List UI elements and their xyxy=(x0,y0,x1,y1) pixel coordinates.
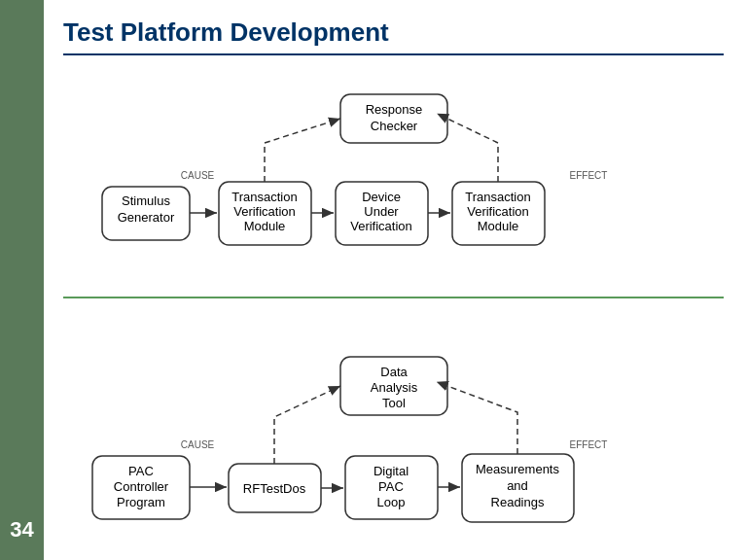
svg-text:Module: Module xyxy=(478,219,519,233)
left-bar: 34 xyxy=(0,0,44,560)
bottom-diagram: Data Analysis Tool CAUSE EFFECT PAC Cont… xyxy=(63,349,724,529)
svg-text:Verification: Verification xyxy=(350,219,412,233)
svg-text:Program: Program xyxy=(117,495,165,509)
svg-text:Digital: Digital xyxy=(374,464,409,478)
top-diagram: Response Checker CAUSE EFFECT Stimulus G… xyxy=(63,85,724,250)
svg-text:Transaction: Transaction xyxy=(465,190,530,204)
svg-text:Stimulus: Stimulus xyxy=(122,193,170,208)
svg-text:and: and xyxy=(507,478,528,493)
page-title: Test Platform Development xyxy=(63,18,724,48)
svg-text:Verification: Verification xyxy=(233,204,296,219)
bottom-diagram-svg: Data Analysis Tool CAUSE EFFECT PAC Cont… xyxy=(63,349,724,529)
svg-text:Module: Module xyxy=(244,219,286,233)
svg-text:Data: Data xyxy=(380,365,408,379)
svg-text:Response: Response xyxy=(366,102,423,117)
svg-text:Tool: Tool xyxy=(382,396,406,410)
svg-text:PAC: PAC xyxy=(128,464,154,478)
svg-text:PAC: PAC xyxy=(378,479,404,494)
svg-text:EFFECT: EFFECT xyxy=(570,439,608,450)
main-content: Test Platform Development Response Check… xyxy=(44,0,747,560)
svg-text:Generator: Generator xyxy=(118,210,175,225)
svg-text:EFFECT: EFFECT xyxy=(570,170,608,181)
svg-text:Loop: Loop xyxy=(377,495,406,509)
svg-text:Under: Under xyxy=(364,204,399,219)
top-diagram-svg: Response Checker CAUSE EFFECT Stimulus G… xyxy=(63,85,724,250)
svg-text:Transaction: Transaction xyxy=(231,190,297,204)
slide-number: 34 xyxy=(10,517,33,542)
svg-text:CAUSE: CAUSE xyxy=(181,439,215,450)
svg-text:Measurements: Measurements xyxy=(476,462,559,476)
section-divider xyxy=(63,297,724,298)
svg-text:Controller: Controller xyxy=(114,479,169,494)
svg-text:CAUSE: CAUSE xyxy=(181,170,215,181)
svg-text:Verification: Verification xyxy=(467,204,529,219)
svg-text:RFTestDos: RFTestDos xyxy=(243,481,306,496)
svg-text:Device: Device xyxy=(362,190,401,204)
diagrams-container: Response Checker CAUSE EFFECT Stimulus G… xyxy=(63,55,724,550)
svg-text:Checker: Checker xyxy=(371,119,418,133)
svg-text:Analysis: Analysis xyxy=(371,380,418,395)
svg-text:Readings: Readings xyxy=(491,495,545,509)
